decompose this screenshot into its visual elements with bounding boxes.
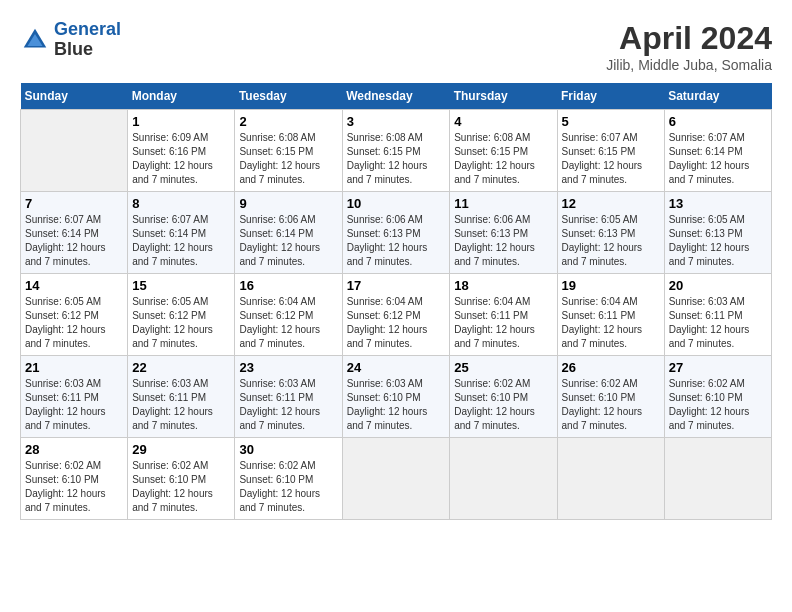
day-info: Sunrise: 6:02 AM Sunset: 6:10 PM Dayligh…	[562, 377, 660, 433]
calendar-cell: 14Sunrise: 6:05 AM Sunset: 6:12 PM Dayli…	[21, 274, 128, 356]
calendar-cell: 27Sunrise: 6:02 AM Sunset: 6:10 PM Dayli…	[664, 356, 771, 438]
calendar-body: 1Sunrise: 6:09 AM Sunset: 6:16 PM Daylig…	[21, 110, 772, 520]
calendar-cell: 18Sunrise: 6:04 AM Sunset: 6:11 PM Dayli…	[450, 274, 557, 356]
day-number: 20	[669, 278, 767, 293]
calendar-cell	[664, 438, 771, 520]
calendar-cell: 11Sunrise: 6:06 AM Sunset: 6:13 PM Dayli…	[450, 192, 557, 274]
calendar-cell: 10Sunrise: 6:06 AM Sunset: 6:13 PM Dayli…	[342, 192, 450, 274]
day-info: Sunrise: 6:09 AM Sunset: 6:16 PM Dayligh…	[132, 131, 230, 187]
calendar-cell	[557, 438, 664, 520]
col-monday: Monday	[128, 83, 235, 110]
day-number: 4	[454, 114, 552, 129]
calendar-cell: 25Sunrise: 6:02 AM Sunset: 6:10 PM Dayli…	[450, 356, 557, 438]
day-info: Sunrise: 6:02 AM Sunset: 6:10 PM Dayligh…	[669, 377, 767, 433]
day-number: 9	[239, 196, 337, 211]
day-number: 19	[562, 278, 660, 293]
day-info: Sunrise: 6:05 AM Sunset: 6:13 PM Dayligh…	[562, 213, 660, 269]
day-info: Sunrise: 6:06 AM Sunset: 6:13 PM Dayligh…	[454, 213, 552, 269]
day-number: 29	[132, 442, 230, 457]
day-number: 2	[239, 114, 337, 129]
day-info: Sunrise: 6:06 AM Sunset: 6:13 PM Dayligh…	[347, 213, 446, 269]
calendar-cell: 3Sunrise: 6:08 AM Sunset: 6:15 PM Daylig…	[342, 110, 450, 192]
calendar-cell: 19Sunrise: 6:04 AM Sunset: 6:11 PM Dayli…	[557, 274, 664, 356]
day-info: Sunrise: 6:03 AM Sunset: 6:11 PM Dayligh…	[132, 377, 230, 433]
title-block: April 2024 Jilib, Middle Juba, Somalia	[606, 20, 772, 73]
day-info: Sunrise: 6:07 AM Sunset: 6:14 PM Dayligh…	[132, 213, 230, 269]
day-number: 8	[132, 196, 230, 211]
day-info: Sunrise: 6:03 AM Sunset: 6:10 PM Dayligh…	[347, 377, 446, 433]
calendar-cell: 23Sunrise: 6:03 AM Sunset: 6:11 PM Dayli…	[235, 356, 342, 438]
day-info: Sunrise: 6:05 AM Sunset: 6:13 PM Dayligh…	[669, 213, 767, 269]
day-info: Sunrise: 6:04 AM Sunset: 6:12 PM Dayligh…	[239, 295, 337, 351]
day-info: Sunrise: 6:07 AM Sunset: 6:14 PM Dayligh…	[25, 213, 123, 269]
col-thursday: Thursday	[450, 83, 557, 110]
calendar-cell: 20Sunrise: 6:03 AM Sunset: 6:11 PM Dayli…	[664, 274, 771, 356]
day-number: 28	[25, 442, 123, 457]
day-number: 15	[132, 278, 230, 293]
day-info: Sunrise: 6:03 AM Sunset: 6:11 PM Dayligh…	[25, 377, 123, 433]
calendar-cell	[21, 110, 128, 192]
calendar-cell: 30Sunrise: 6:02 AM Sunset: 6:10 PM Dayli…	[235, 438, 342, 520]
calendar-cell: 21Sunrise: 6:03 AM Sunset: 6:11 PM Dayli…	[21, 356, 128, 438]
day-number: 25	[454, 360, 552, 375]
col-tuesday: Tuesday	[235, 83, 342, 110]
day-info: Sunrise: 6:05 AM Sunset: 6:12 PM Dayligh…	[25, 295, 123, 351]
day-number: 10	[347, 196, 446, 211]
day-info: Sunrise: 6:08 AM Sunset: 6:15 PM Dayligh…	[454, 131, 552, 187]
day-number: 22	[132, 360, 230, 375]
calendar-week-5: 28Sunrise: 6:02 AM Sunset: 6:10 PM Dayli…	[21, 438, 772, 520]
day-number: 12	[562, 196, 660, 211]
day-info: Sunrise: 6:05 AM Sunset: 6:12 PM Dayligh…	[132, 295, 230, 351]
calendar-cell: 15Sunrise: 6:05 AM Sunset: 6:12 PM Dayli…	[128, 274, 235, 356]
logo: General Blue	[20, 20, 121, 60]
page-header: General Blue April 2024 Jilib, Middle Ju…	[20, 20, 772, 73]
calendar-cell: 4Sunrise: 6:08 AM Sunset: 6:15 PM Daylig…	[450, 110, 557, 192]
month-title: April 2024	[606, 20, 772, 57]
day-info: Sunrise: 6:04 AM Sunset: 6:12 PM Dayligh…	[347, 295, 446, 351]
day-info: Sunrise: 6:02 AM Sunset: 6:10 PM Dayligh…	[25, 459, 123, 515]
calendar-header: Sunday Monday Tuesday Wednesday Thursday…	[21, 83, 772, 110]
day-number: 27	[669, 360, 767, 375]
day-info: Sunrise: 6:08 AM Sunset: 6:15 PM Dayligh…	[347, 131, 446, 187]
day-info: Sunrise: 6:03 AM Sunset: 6:11 PM Dayligh…	[239, 377, 337, 433]
day-info: Sunrise: 6:02 AM Sunset: 6:10 PM Dayligh…	[239, 459, 337, 515]
calendar-cell: 22Sunrise: 6:03 AM Sunset: 6:11 PM Dayli…	[128, 356, 235, 438]
calendar-week-1: 1Sunrise: 6:09 AM Sunset: 6:16 PM Daylig…	[21, 110, 772, 192]
day-info: Sunrise: 6:07 AM Sunset: 6:14 PM Dayligh…	[669, 131, 767, 187]
calendar-cell: 8Sunrise: 6:07 AM Sunset: 6:14 PM Daylig…	[128, 192, 235, 274]
calendar-cell	[450, 438, 557, 520]
day-number: 16	[239, 278, 337, 293]
calendar-cell: 26Sunrise: 6:02 AM Sunset: 6:10 PM Dayli…	[557, 356, 664, 438]
calendar-cell: 13Sunrise: 6:05 AM Sunset: 6:13 PM Dayli…	[664, 192, 771, 274]
calendar-cell: 24Sunrise: 6:03 AM Sunset: 6:10 PM Dayli…	[342, 356, 450, 438]
col-friday: Friday	[557, 83, 664, 110]
day-number: 11	[454, 196, 552, 211]
day-info: Sunrise: 6:04 AM Sunset: 6:11 PM Dayligh…	[562, 295, 660, 351]
calendar-week-2: 7Sunrise: 6:07 AM Sunset: 6:14 PM Daylig…	[21, 192, 772, 274]
calendar-cell: 9Sunrise: 6:06 AM Sunset: 6:14 PM Daylig…	[235, 192, 342, 274]
calendar-week-3: 14Sunrise: 6:05 AM Sunset: 6:12 PM Dayli…	[21, 274, 772, 356]
day-number: 30	[239, 442, 337, 457]
day-info: Sunrise: 6:02 AM Sunset: 6:10 PM Dayligh…	[454, 377, 552, 433]
col-saturday: Saturday	[664, 83, 771, 110]
calendar-cell: 16Sunrise: 6:04 AM Sunset: 6:12 PM Dayli…	[235, 274, 342, 356]
calendar-cell: 29Sunrise: 6:02 AM Sunset: 6:10 PM Dayli…	[128, 438, 235, 520]
day-number: 6	[669, 114, 767, 129]
calendar-cell: 7Sunrise: 6:07 AM Sunset: 6:14 PM Daylig…	[21, 192, 128, 274]
logo-line1: General	[54, 19, 121, 39]
calendar-cell: 2Sunrise: 6:08 AM Sunset: 6:15 PM Daylig…	[235, 110, 342, 192]
day-number: 7	[25, 196, 123, 211]
day-number: 21	[25, 360, 123, 375]
day-info: Sunrise: 6:07 AM Sunset: 6:15 PM Dayligh…	[562, 131, 660, 187]
day-number: 24	[347, 360, 446, 375]
header-row: Sunday Monday Tuesday Wednesday Thursday…	[21, 83, 772, 110]
day-number: 26	[562, 360, 660, 375]
day-number: 17	[347, 278, 446, 293]
location: Jilib, Middle Juba, Somalia	[606, 57, 772, 73]
day-info: Sunrise: 6:02 AM Sunset: 6:10 PM Dayligh…	[132, 459, 230, 515]
calendar-cell	[342, 438, 450, 520]
day-number: 5	[562, 114, 660, 129]
day-number: 3	[347, 114, 446, 129]
day-info: Sunrise: 6:03 AM Sunset: 6:11 PM Dayligh…	[669, 295, 767, 351]
calendar-cell: 12Sunrise: 6:05 AM Sunset: 6:13 PM Dayli…	[557, 192, 664, 274]
